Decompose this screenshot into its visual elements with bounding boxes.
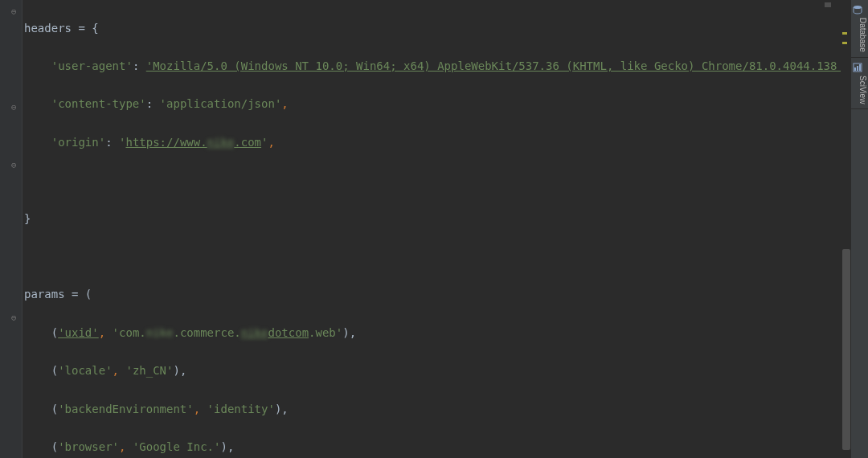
code-text: params = ( xyxy=(24,288,92,301)
redacted-text: nike xyxy=(207,136,235,149)
brace-close: } xyxy=(24,212,31,225)
tuple-key: 'backendEnvironment' xyxy=(58,403,194,415)
svg-rect-2 xyxy=(854,67,856,71)
fold-icon[interactable]: ⊖ xyxy=(11,2,19,10)
right-tool-strip: Database SciView xyxy=(850,0,868,458)
svg-rect-4 xyxy=(859,64,861,71)
string-value: 'application/json' xyxy=(160,97,282,110)
tuple-key: 'browser' xyxy=(58,440,119,453)
fold-icon[interactable]: ⊖ xyxy=(11,309,19,317)
sciview-icon xyxy=(858,63,867,72)
dict-key: 'origin' xyxy=(51,136,105,149)
fold-icon[interactable]: ⊖ xyxy=(11,98,19,106)
database-icon xyxy=(858,5,867,14)
scrollbar-marker xyxy=(825,2,831,7)
redacted-text: nike xyxy=(146,326,174,339)
tool-tab-label: Database xyxy=(853,18,868,52)
dict-key: 'user-agent' xyxy=(51,59,133,72)
scrollbar-thumb[interactable] xyxy=(842,249,850,450)
svg-rect-3 xyxy=(857,66,858,71)
tuple-key: 'uxid' xyxy=(58,326,99,339)
tuple-key: 'locale' xyxy=(58,364,112,377)
redacted-text: nike xyxy=(241,326,268,339)
fold-icon[interactable]: ⊖ xyxy=(11,156,19,164)
sciview-tool-tab[interactable]: SciView xyxy=(851,58,868,109)
svg-point-0 xyxy=(854,6,862,9)
dict-key: 'content-type' xyxy=(51,97,146,110)
warning-marker[interactable] xyxy=(842,32,847,35)
tool-tab-label: SciView xyxy=(853,76,868,104)
code-text: headers = { xyxy=(24,22,99,35)
string-value: 'Mozilla/5.0 (Windows NT 10.0; Win64; x6… xyxy=(146,59,851,72)
code-editor[interactable]: headers = { 'user-agent': 'Mozilla/5.0 (… xyxy=(24,0,850,458)
editor-gutter: ⊖ ⊖ ⊖ ⊖ xyxy=(0,0,23,458)
warning-marker[interactable] xyxy=(842,42,847,44)
database-tool-tab[interactable]: Database xyxy=(851,0,868,58)
